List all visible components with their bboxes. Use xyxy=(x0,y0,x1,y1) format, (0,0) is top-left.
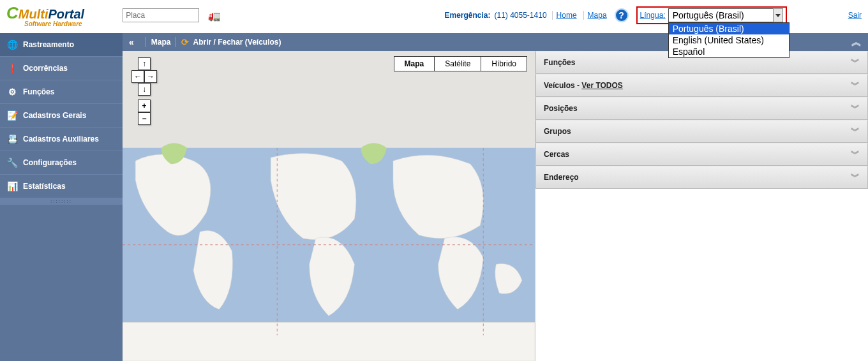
map-type-hibrido[interactable]: Híbrido xyxy=(481,57,527,71)
sidebar-item-label: Rastreamento xyxy=(23,40,74,49)
panel-label: Cercas xyxy=(544,150,569,159)
sidebar-item-label: Ocorrências xyxy=(23,64,68,73)
map-pan-zoom-controls: ↑ ←→ ↓ + − xyxy=(131,57,157,125)
sidebar-item-label: Funções xyxy=(23,87,54,96)
language-option-es[interactable]: Español xyxy=(669,46,789,57)
pan-right-button[interactable]: → xyxy=(144,70,157,83)
chevron-down-icon: ︾ xyxy=(851,80,860,91)
wrench-icon: 🔧 xyxy=(6,157,18,168)
logo: CMultiPortal Software Hardware xyxy=(6,3,84,27)
sidebar-item-label: Configurações xyxy=(23,158,77,167)
panel-grupos[interactable]: Grupos ︾ xyxy=(535,120,868,143)
right-panels: Funções ︾ Veículos - Ver TODOS ︾ Posiçõe… xyxy=(535,51,868,361)
panel-veiculos[interactable]: Veículos - Ver TODOS ︾ xyxy=(535,74,868,97)
alert-icon: ❗ xyxy=(6,63,18,74)
chevron-down-icon: ︾ xyxy=(851,149,860,160)
emergency-phone: (11) 4055-1410 xyxy=(495,11,547,20)
toolbar-mapa-label: Mapa xyxy=(151,38,171,47)
header: CMultiPortal Software Hardware 🚛 Emergên… xyxy=(0,0,868,33)
chevron-down-icon[interactable] xyxy=(773,8,783,22)
map-type-satelite[interactable]: Satélite xyxy=(435,57,481,71)
zoom-in-button[interactable]: + xyxy=(138,99,151,112)
pan-up-button[interactable]: ↑ xyxy=(138,57,151,70)
divider xyxy=(176,37,176,47)
collapse-icon[interactable]: « xyxy=(129,37,134,47)
sidebar-item-estatisticas[interactable]: 📊 Estatísticas xyxy=(0,175,123,198)
panel-label: Grupos xyxy=(544,127,571,136)
language-box: Língua: Português (Brasil) Português (Br… xyxy=(636,6,787,24)
pan-down-button[interactable]: ↓ xyxy=(138,83,151,96)
sidebar: 🌐 Rastreamento ❗ Ocorrências ⚙ Funções 📝… xyxy=(0,33,123,361)
emergency-label: Emergência: xyxy=(444,11,490,20)
panel-label: Veículos - Ver TODOS xyxy=(544,81,623,90)
toolbar-abrir-fechar[interactable]: Abrir / Fechar (Veículos) xyxy=(193,38,281,47)
chevron-down-icon: ︾ xyxy=(851,57,860,68)
sidebar-item-cadastros-gerais[interactable]: 📝 Cadastros Gerais xyxy=(0,104,123,128)
language-current[interactable]: Português (Brasil) xyxy=(668,8,783,22)
map-type-control: Mapa Satélite Híbrido xyxy=(394,56,527,71)
language-select[interactable]: Português (Brasil) Português (Brasil) En… xyxy=(668,8,783,22)
sidebar-item-label: Estatísticas xyxy=(23,182,66,191)
edit-icon: 📝 xyxy=(6,110,18,121)
divider xyxy=(146,37,146,47)
mapa-link[interactable]: Mapa xyxy=(583,11,607,20)
panel-label: Endereço xyxy=(544,173,579,182)
language-option-en[interactable]: English (United States) xyxy=(669,34,789,46)
cards-icon: 📇 xyxy=(6,133,18,145)
gear-icon: ⚙ xyxy=(6,86,18,98)
sidebar-item-rastreamento[interactable]: 🌐 Rastreamento xyxy=(0,33,123,57)
header-right: Emergência: (11) 4055-1410 Home Mapa ? L… xyxy=(444,6,862,24)
chart-icon: 📊 xyxy=(6,180,18,192)
search-input[interactable] xyxy=(123,8,199,22)
sidebar-item-label: Cadastros Auxiliares xyxy=(23,135,99,144)
sidebar-item-funcoes[interactable]: ⚙ Funções xyxy=(0,80,123,104)
language-option-pt[interactable]: Português (Brasil) xyxy=(669,23,789,34)
content-body: ↑ ←→ ↓ + − Mapa Satélite Híbrido Funções xyxy=(123,51,868,361)
chevron-down-icon: ︾ xyxy=(851,103,860,114)
language-label: Língua: xyxy=(640,11,666,20)
home-link[interactable]: Home xyxy=(552,11,577,20)
sidebar-item-cadastros-auxiliares[interactable]: 📇 Cadastros Auxiliares xyxy=(0,128,123,151)
zoom-out-button[interactable]: − xyxy=(138,112,151,125)
svg-rect-2 xyxy=(123,322,535,361)
panel-label: Funções xyxy=(544,58,575,67)
pan-left-button[interactable]: ← xyxy=(131,70,144,83)
chevron-down-icon: ︾ xyxy=(851,172,860,183)
language-dropdown: Português (Brasil) English (United State… xyxy=(668,22,789,58)
panel-posicoes[interactable]: Posições ︾ xyxy=(535,97,868,120)
sidebar-grip[interactable]: :::::::: xyxy=(0,198,123,205)
panel-endereco[interactable]: Endereço ︾ xyxy=(535,166,868,189)
ver-todos-link[interactable]: Ver TODOS xyxy=(581,81,622,90)
sidebar-item-label: Cadastros Gerais xyxy=(23,111,86,120)
map-type-mapa[interactable]: Mapa xyxy=(394,57,435,71)
vehicle-search-icon[interactable]: 🚛 xyxy=(208,10,221,22)
sidebar-item-ocorrencias[interactable]: ❗ Ocorrências xyxy=(0,57,123,80)
content: « Mapa ⟳ Abrir / Fechar (Veículos) ︽ xyxy=(123,33,868,361)
help-icon[interactable]: ? xyxy=(615,8,629,22)
panel-label: Posições xyxy=(544,104,578,113)
refresh-icon[interactable]: ⟳ xyxy=(181,37,189,47)
globe-icon: 🌐 xyxy=(6,39,18,50)
expand-all-icon[interactable]: ︽ xyxy=(851,36,862,49)
logout-link[interactable]: Sair xyxy=(848,11,862,20)
chevron-down-icon: ︾ xyxy=(851,126,860,137)
main: 🌐 Rastreamento ❗ Ocorrências ⚙ Funções 📝… xyxy=(0,33,868,361)
panel-cercas[interactable]: Cercas ︾ xyxy=(535,143,868,166)
world-map xyxy=(123,51,535,361)
sidebar-item-configuracoes[interactable]: 🔧 Configurações xyxy=(0,151,123,175)
map-area[interactable]: ↑ ←→ ↓ + − Mapa Satélite Híbrido xyxy=(123,51,535,361)
